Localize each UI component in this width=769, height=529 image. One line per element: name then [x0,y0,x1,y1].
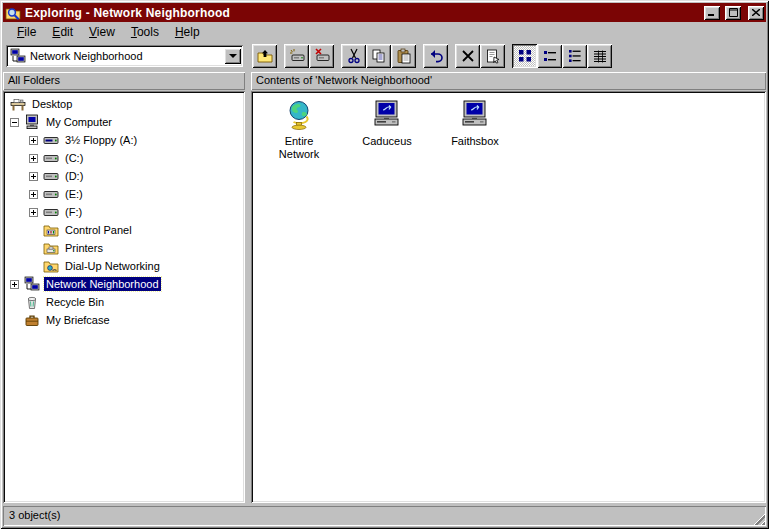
status-bar: 3 object(s) [3,506,766,526]
object-count: 3 object(s) [9,509,60,521]
hard-drive-icon [43,204,59,220]
expand-box[interactable] [29,136,38,145]
hard-drive-icon [43,168,59,184]
disconnect-network-drive-icon [314,48,330,64]
paste-button[interactable] [391,44,416,68]
expand-box[interactable] [29,208,38,217]
contents-pane: Entire Network Caduceus Faithsbox [251,91,766,503]
up-one-level-icon [257,48,273,64]
explorer-folder-magnifier-icon[interactable] [5,5,21,21]
map-network-drive-button[interactable] [284,44,309,68]
contents-item-caduceus[interactable]: Caduceus [347,99,427,148]
menu-view[interactable]: View [81,23,123,41]
combobox-dropdown-button[interactable] [224,48,241,64]
tree-item-network-neighborhood[interactable]: Network Neighborhood [6,275,242,293]
printers-folder-icon [43,240,59,256]
copy-button[interactable] [366,44,391,68]
minimize-button[interactable] [704,6,720,20]
entire-network-globe-icon [283,99,315,131]
menu-tools[interactable]: Tools [123,23,167,41]
delete-button[interactable] [455,44,480,68]
all-folders-header: All Folders [3,72,245,90]
tree-item-my-computer[interactable]: My Computer [6,113,242,131]
network-neighborhood-icon [10,48,26,64]
menu-bar: File Edit View Tools Help [3,22,766,41]
maximize-button[interactable] [725,6,741,20]
cut-icon [346,48,362,64]
list-view-button[interactable] [562,44,587,68]
dialup-networking-folder-icon [43,258,59,274]
expand-box[interactable] [29,190,38,199]
menu-edit[interactable]: Edit [44,23,81,41]
resize-grip[interactable] [752,512,765,525]
tree-item-drive-d[interactable]: (D:) [6,167,242,185]
tree-item-drive-e[interactable]: (E:) [6,185,242,203]
contents-item-entire-network[interactable]: Entire Network [259,99,339,161]
tree-item-dialup-networking[interactable]: Dial-Up Networking [6,257,242,275]
tree-item-recycle-bin[interactable]: Recycle Bin [6,293,242,311]
tree-item-control-panel[interactable]: Control Panel [6,221,242,239]
expand-box[interactable] [29,172,38,181]
tree-item-drive-f[interactable]: (F:) [6,203,242,221]
network-computer-icon [371,99,403,131]
delete-icon [460,48,476,64]
menu-help[interactable]: Help [167,23,208,41]
small-icons-view-icon [542,48,558,64]
undo-icon [428,48,444,64]
paste-icon [396,48,412,64]
tree-item-printers[interactable]: Printers [6,239,242,257]
properties-icon [485,48,501,64]
small-icons-view-button[interactable] [537,44,562,68]
control-panel-folder-icon [43,222,59,238]
tree-item-drive-c[interactable]: (C:) [6,149,242,167]
map-network-drive-icon [289,48,305,64]
menu-file[interactable]: File [9,23,44,41]
tree-item-my-briefcase[interactable]: My Briefcase [6,311,242,329]
hard-drive-icon [43,186,59,202]
undo-button[interactable] [423,44,448,68]
toolbar: Network Neighborhood [3,41,766,71]
selected-tree-label: Network Neighborhood [44,277,161,291]
explorer-window: Exploring - Network Neighborhood File Ed… [0,0,769,529]
up-one-level-button[interactable] [252,44,277,68]
large-icons-view-icon [517,48,533,64]
recycle-bin-icon [24,294,40,310]
network-computer-icon [459,99,491,131]
tree-item-desktop[interactable]: Desktop [6,95,242,113]
folder-tree-pane: Desktop My Computer 3½ Floppy (A:) (C:) [3,91,245,503]
tree-item-floppy-a[interactable]: 3½ Floppy (A:) [6,131,242,149]
main-area: All Folders Desktop My Computer 3½ Flopp… [3,72,766,503]
cut-button[interactable] [341,44,366,68]
hard-drive-icon [43,150,59,166]
my-computer-icon [24,114,40,130]
minimize-icon [708,9,716,16]
floppy-drive-icon [43,132,59,148]
close-icon [752,9,760,16]
briefcase-icon [24,312,40,328]
contents-item-faithsbox[interactable]: Faithsbox [435,99,515,148]
close-button[interactable] [748,6,764,20]
desktop-icon [10,96,26,112]
list-view-icon [567,48,583,64]
details-view-button[interactable] [587,44,612,68]
titlebar[interactable]: Exploring - Network Neighborhood [3,3,766,22]
address-combobox[interactable]: Network Neighborhood [6,45,243,67]
expand-box[interactable] [10,280,19,289]
copy-icon [371,48,387,64]
expand-box[interactable] [29,154,38,163]
properties-button[interactable] [480,44,505,68]
contents-header: Contents of 'Network Neighborhood' [251,72,766,90]
details-view-icon [592,48,608,64]
disconnect-network-drive-button[interactable] [309,44,334,68]
maximize-icon [729,8,738,17]
collapse-box[interactable] [10,118,19,127]
window-title: Exploring - Network Neighborhood [25,6,700,20]
large-icons-view-button[interactable] [512,44,537,68]
network-neighborhood-icon [24,276,40,292]
address-combobox-value: Network Neighborhood [30,50,220,62]
